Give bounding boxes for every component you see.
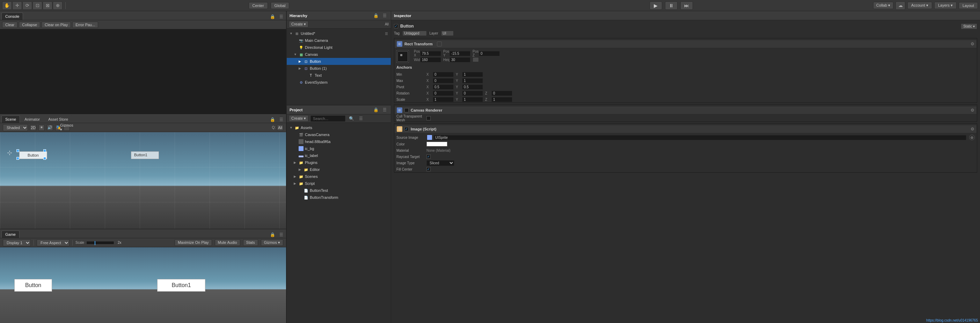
display-dropdown[interactable]: Display 1: [3, 239, 31, 246]
move-tool-btn[interactable]: ✛: [12, 2, 22, 10]
scale-x-field[interactable]: [433, 97, 454, 102]
project-cavas-camera[interactable]: 🎬 CavasCamera: [287, 131, 391, 138]
hierarchy-event-system[interactable]: ⚙ EventSystem: [287, 79, 391, 86]
pos-x-field[interactable]: [420, 51, 441, 56]
project-lock-icon[interactable]: 🔒: [372, 107, 380, 113]
clear-btn[interactable]: Clear: [2, 22, 18, 28]
canvas-renderer-checkbox[interactable]: [404, 108, 409, 112]
shaded-dropdown[interactable]: Shaded: [3, 124, 28, 131]
project-button-test[interactable]: 📄 ButtonTest: [287, 187, 391, 194]
hierarchy-scene-root[interactable]: ▼ ⊞ Untitled* ☰: [287, 30, 391, 37]
clear-on-play-btn[interactable]: Clear on Play: [41, 22, 71, 28]
console-menu-icon[interactable]: ☰: [278, 14, 285, 20]
cloud-btn[interactable]: ☁: [896, 2, 905, 10]
audio-btn[interactable]: 🔊: [47, 125, 53, 131]
anchor-min-y-field[interactable]: [462, 72, 483, 77]
scene-viewport[interactable]: ⊹ Button Button1: [0, 132, 286, 229]
assets-folder[interactable]: ▼ 📁 Assets: [287, 124, 391, 131]
2d-btn[interactable]: 2D: [30, 125, 36, 131]
canvas-renderer-header[interactable]: ⊞ Canvas Renderer ⚙: [394, 106, 977, 114]
console-tab[interactable]: Console: [2, 13, 23, 20]
custom-tool-btn[interactable]: ⊕: [53, 2, 62, 10]
all-btn[interactable]: All: [277, 125, 283, 131]
hand-tool-btn[interactable]: ✋: [2, 2, 12, 10]
scene-tab[interactable]: Scene: [2, 116, 20, 123]
width-field[interactable]: [420, 57, 441, 62]
console-lock-icon[interactable]: 🔒: [269, 14, 277, 20]
raycast-checkbox[interactable]: [426, 155, 431, 159]
global-dropdown[interactable]: Global: [270, 2, 290, 9]
project-search-icon[interactable]: 🔍: [347, 116, 356, 122]
project-search[interactable]: [310, 116, 345, 122]
static-btn[interactable]: Static ▾: [961, 24, 977, 29]
game-lock-icon[interactable]: 🔒: [269, 232, 277, 238]
project-script[interactable]: ▶ 📁 Script: [287, 180, 391, 187]
play-btn[interactable]: ▶: [650, 2, 662, 10]
rot-y-field[interactable]: [462, 91, 483, 96]
game-menu-icon[interactable]: ☰: [278, 232, 285, 238]
scale-z-field[interactable]: [492, 97, 512, 102]
animator-tab[interactable]: Animator: [21, 116, 44, 123]
handle-br[interactable]: [43, 157, 46, 160]
game-gizmos-btn[interactable]: Gizmos ▾: [261, 239, 283, 246]
constrain-btn[interactable]: [473, 57, 479, 62]
lighting-btn[interactable]: ☀: [38, 125, 45, 131]
scale-y-field[interactable]: [462, 97, 483, 102]
gizmos-scene-btn[interactable]: Gizmos ▾: [64, 125, 70, 131]
project-ic-label[interactable]: ic_label: [287, 152, 391, 159]
project-head[interactable]: head.88ba9f6a: [287, 138, 391, 145]
scene-menu-icon[interactable]: ☰: [278, 117, 285, 123]
hierarchy-canvas[interactable]: ▼ ▦ Canvas: [287, 51, 391, 58]
rect-transform-header[interactable]: ⊞ Rect Transform ⚙: [394, 40, 977, 48]
image-type-dropdown[interactable]: Sliced: [426, 160, 454, 166]
height-field[interactable]: [450, 57, 471, 62]
asset-store-tab[interactable]: Asset Store: [45, 116, 72, 123]
color-swatch[interactable]: [426, 142, 447, 147]
project-create-btn[interactable]: Create ▾: [289, 115, 309, 122]
pivot-x-field[interactable]: [433, 84, 454, 90]
error-pause-btn[interactable]: Error Pau...: [72, 22, 98, 28]
maximize-btn[interactable]: Maximize On Play: [175, 239, 212, 246]
hierarchy-button1[interactable]: ▶ ⊡ Button (1): [287, 65, 391, 72]
scene-lock-icon[interactable]: 🔒: [269, 117, 277, 123]
scale-slider[interactable]: [86, 241, 114, 244]
hierarchy-directional-light[interactable]: 💡 Directional Light: [287, 44, 391, 51]
project-filter-icon[interactable]: ☰: [358, 116, 364, 122]
rect-tool-btn[interactable]: ⊠: [43, 2, 52, 10]
handle-bl[interactable]: [16, 157, 19, 160]
game-viewport[interactable]: Button Button1: [0, 247, 286, 323]
hierarchy-menu-icon[interactable]: ☰: [381, 13, 388, 19]
anchor-preset-btn[interactable]: [396, 50, 409, 63]
project-button-transform[interactable]: 📄 ButtonTransform: [287, 194, 391, 201]
scene-menu[interactable]: ☰: [385, 32, 388, 36]
image-header[interactable]: 🖼 Image (Script) ⚙: [394, 125, 977, 133]
hierarchy-main-camera[interactable]: 📷 Main Camera: [287, 37, 391, 44]
rect-expand-btn[interactable]: [437, 41, 442, 46]
rot-z-field[interactable]: [492, 91, 512, 96]
mute-btn[interactable]: Mute Audio: [215, 239, 240, 246]
collab-btn[interactable]: Collab ▾: [873, 2, 893, 9]
fill-center-checkbox[interactable]: [426, 167, 431, 171]
hierarchy-lock-icon[interactable]: 🔒: [372, 13, 380, 19]
game-tab[interactable]: Game: [2, 231, 19, 238]
hierarchy-create-btn[interactable]: Create ▾: [289, 21, 309, 28]
scale-tool-btn[interactable]: ⊡: [32, 2, 42, 10]
pos-z-field[interactable]: [479, 51, 500, 56]
anchor-min-x-field[interactable]: [433, 72, 454, 77]
stats-btn[interactable]: Stats: [243, 239, 258, 246]
rotate-tool-btn[interactable]: ⟳: [22, 2, 32, 10]
image-gear-icon[interactable]: ⚙: [970, 127, 974, 131]
canvas-renderer-gear-icon[interactable]: ⚙: [970, 108, 974, 112]
project-menu-icon[interactable]: ☰: [381, 107, 388, 113]
layout-dropdown[interactable]: Layout: [959, 2, 978, 9]
source-image-picker-btn[interactable]: ◎: [969, 135, 975, 140]
handle-tl[interactable]: [16, 149, 19, 152]
collapse-btn[interactable]: Collapse: [19, 22, 40, 28]
project-plugins[interactable]: ▶ 📁 Plugins: [287, 159, 391, 166]
pivot-y-field[interactable]: [462, 84, 483, 90]
pause-btn[interactable]: ⏸: [665, 2, 678, 10]
layers-dropdown[interactable]: Layers ▾: [934, 2, 956, 9]
rot-x-field[interactable]: [433, 91, 454, 96]
cull-checkbox[interactable]: [426, 116, 431, 120]
project-editor[interactable]: ▶ 📁 Editor: [287, 166, 391, 173]
